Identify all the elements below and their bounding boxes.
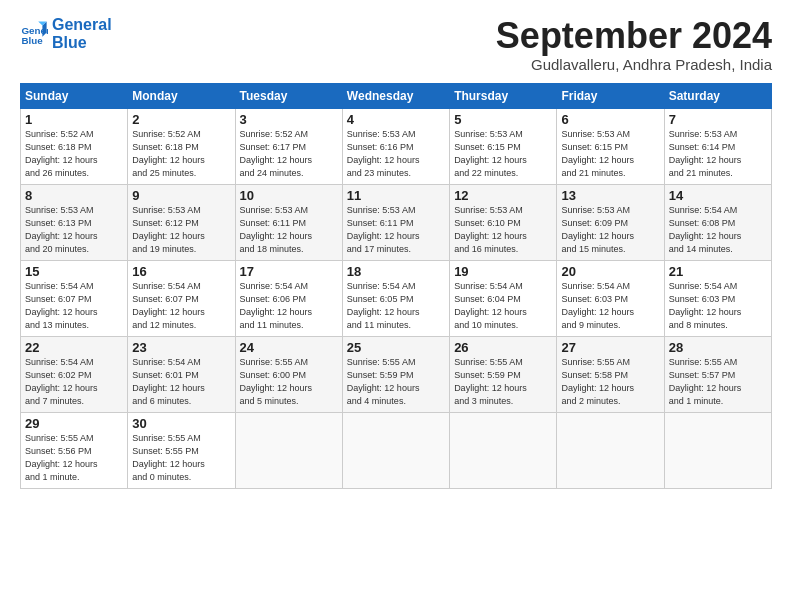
calendar-cell: 23Sunrise: 5:54 AM Sunset: 6:01 PM Dayli… (128, 336, 235, 412)
day-info: Sunrise: 5:53 AM Sunset: 6:11 PM Dayligh… (347, 204, 445, 256)
weekday-header: Thursday (450, 83, 557, 108)
day-info: Sunrise: 5:55 AM Sunset: 5:59 PM Dayligh… (454, 356, 552, 408)
day-number: 12 (454, 188, 552, 203)
location: Gudlavalleru, Andhra Pradesh, India (496, 56, 772, 73)
calendar-cell: 24Sunrise: 5:55 AM Sunset: 6:00 PM Dayli… (235, 336, 342, 412)
calendar-cell: 16Sunrise: 5:54 AM Sunset: 6:07 PM Dayli… (128, 260, 235, 336)
calendar-cell: 14Sunrise: 5:54 AM Sunset: 6:08 PM Dayli… (664, 184, 771, 260)
day-info: Sunrise: 5:55 AM Sunset: 5:56 PM Dayligh… (25, 432, 123, 484)
day-info: Sunrise: 5:53 AM Sunset: 6:16 PM Dayligh… (347, 128, 445, 180)
calendar-cell: 6Sunrise: 5:53 AM Sunset: 6:15 PM Daylig… (557, 108, 664, 184)
calendar-cell: 29Sunrise: 5:55 AM Sunset: 5:56 PM Dayli… (21, 412, 128, 488)
day-number: 30 (132, 416, 230, 431)
day-info: Sunrise: 5:54 AM Sunset: 6:03 PM Dayligh… (669, 280, 767, 332)
calendar-cell: 17Sunrise: 5:54 AM Sunset: 6:06 PM Dayli… (235, 260, 342, 336)
day-number: 19 (454, 264, 552, 279)
calendar-table: SundayMondayTuesdayWednesdayThursdayFrid… (20, 83, 772, 489)
day-number: 1 (25, 112, 123, 127)
calendar-cell: 21Sunrise: 5:54 AM Sunset: 6:03 PM Dayli… (664, 260, 771, 336)
calendar-cell: 13Sunrise: 5:53 AM Sunset: 6:09 PM Dayli… (557, 184, 664, 260)
day-number: 9 (132, 188, 230, 203)
weekday-header: Friday (557, 83, 664, 108)
title-block: September 2024 Gudlavalleru, Andhra Prad… (496, 16, 772, 73)
calendar-cell: 2Sunrise: 5:52 AM Sunset: 6:18 PM Daylig… (128, 108, 235, 184)
calendar-cell: 15Sunrise: 5:54 AM Sunset: 6:07 PM Dayli… (21, 260, 128, 336)
day-number: 7 (669, 112, 767, 127)
day-info: Sunrise: 5:54 AM Sunset: 6:01 PM Dayligh… (132, 356, 230, 408)
day-number: 13 (561, 188, 659, 203)
header: General Blue General Blue September 2024… (20, 16, 772, 73)
day-number: 27 (561, 340, 659, 355)
day-number: 14 (669, 188, 767, 203)
day-number: 21 (669, 264, 767, 279)
calendar-cell: 11Sunrise: 5:53 AM Sunset: 6:11 PM Dayli… (342, 184, 449, 260)
month-title: September 2024 (496, 16, 772, 56)
day-info: Sunrise: 5:53 AM Sunset: 6:12 PM Dayligh… (132, 204, 230, 256)
day-number: 3 (240, 112, 338, 127)
calendar-cell: 3Sunrise: 5:52 AM Sunset: 6:17 PM Daylig… (235, 108, 342, 184)
day-info: Sunrise: 5:55 AM Sunset: 5:57 PM Dayligh… (669, 356, 767, 408)
calendar-cell: 27Sunrise: 5:55 AM Sunset: 5:58 PM Dayli… (557, 336, 664, 412)
logo: General Blue General Blue (20, 16, 112, 51)
day-info: Sunrise: 5:53 AM Sunset: 6:15 PM Dayligh… (454, 128, 552, 180)
day-number: 23 (132, 340, 230, 355)
calendar-cell (664, 412, 771, 488)
day-info: Sunrise: 5:54 AM Sunset: 6:07 PM Dayligh… (132, 280, 230, 332)
day-info: Sunrise: 5:52 AM Sunset: 6:18 PM Dayligh… (25, 128, 123, 180)
calendar-cell: 12Sunrise: 5:53 AM Sunset: 6:10 PM Dayli… (450, 184, 557, 260)
calendar-cell: 20Sunrise: 5:54 AM Sunset: 6:03 PM Dayli… (557, 260, 664, 336)
calendar-cell: 9Sunrise: 5:53 AM Sunset: 6:12 PM Daylig… (128, 184, 235, 260)
weekday-header: Sunday (21, 83, 128, 108)
day-number: 4 (347, 112, 445, 127)
calendar-cell: 8Sunrise: 5:53 AM Sunset: 6:13 PM Daylig… (21, 184, 128, 260)
calendar-cell: 19Sunrise: 5:54 AM Sunset: 6:04 PM Dayli… (450, 260, 557, 336)
logo-blue: Blue (52, 34, 112, 52)
logo-general: General (52, 16, 112, 34)
calendar-cell: 4Sunrise: 5:53 AM Sunset: 6:16 PM Daylig… (342, 108, 449, 184)
day-info: Sunrise: 5:54 AM Sunset: 6:02 PM Dayligh… (25, 356, 123, 408)
logo-icon: General Blue (20, 20, 48, 48)
day-number: 29 (25, 416, 123, 431)
day-info: Sunrise: 5:54 AM Sunset: 6:06 PM Dayligh… (240, 280, 338, 332)
day-info: Sunrise: 5:53 AM Sunset: 6:10 PM Dayligh… (454, 204, 552, 256)
day-info: Sunrise: 5:52 AM Sunset: 6:17 PM Dayligh… (240, 128, 338, 180)
day-number: 17 (240, 264, 338, 279)
weekday-header: Saturday (664, 83, 771, 108)
day-number: 10 (240, 188, 338, 203)
calendar-cell (557, 412, 664, 488)
weekday-header: Wednesday (342, 83, 449, 108)
calendar-cell: 1Sunrise: 5:52 AM Sunset: 6:18 PM Daylig… (21, 108, 128, 184)
day-info: Sunrise: 5:53 AM Sunset: 6:13 PM Dayligh… (25, 204, 123, 256)
day-number: 22 (25, 340, 123, 355)
day-info: Sunrise: 5:54 AM Sunset: 6:03 PM Dayligh… (561, 280, 659, 332)
day-number: 25 (347, 340, 445, 355)
calendar-cell: 18Sunrise: 5:54 AM Sunset: 6:05 PM Dayli… (342, 260, 449, 336)
page: General Blue General Blue September 2024… (0, 0, 792, 499)
day-number: 5 (454, 112, 552, 127)
calendar-cell: 28Sunrise: 5:55 AM Sunset: 5:57 PM Dayli… (664, 336, 771, 412)
day-number: 11 (347, 188, 445, 203)
day-info: Sunrise: 5:54 AM Sunset: 6:08 PM Dayligh… (669, 204, 767, 256)
day-number: 18 (347, 264, 445, 279)
day-number: 8 (25, 188, 123, 203)
day-info: Sunrise: 5:52 AM Sunset: 6:18 PM Dayligh… (132, 128, 230, 180)
calendar-cell: 30Sunrise: 5:55 AM Sunset: 5:55 PM Dayli… (128, 412, 235, 488)
day-info: Sunrise: 5:54 AM Sunset: 6:04 PM Dayligh… (454, 280, 552, 332)
day-number: 6 (561, 112, 659, 127)
calendar-cell (450, 412, 557, 488)
day-info: Sunrise: 5:55 AM Sunset: 6:00 PM Dayligh… (240, 356, 338, 408)
weekday-header: Tuesday (235, 83, 342, 108)
calendar-cell (235, 412, 342, 488)
calendar-cell: 10Sunrise: 5:53 AM Sunset: 6:11 PM Dayli… (235, 184, 342, 260)
day-number: 15 (25, 264, 123, 279)
calendar-cell: 26Sunrise: 5:55 AM Sunset: 5:59 PM Dayli… (450, 336, 557, 412)
day-info: Sunrise: 5:54 AM Sunset: 6:05 PM Dayligh… (347, 280, 445, 332)
day-number: 20 (561, 264, 659, 279)
day-number: 24 (240, 340, 338, 355)
day-info: Sunrise: 5:53 AM Sunset: 6:09 PM Dayligh… (561, 204, 659, 256)
day-info: Sunrise: 5:55 AM Sunset: 5:58 PM Dayligh… (561, 356, 659, 408)
calendar-cell: 25Sunrise: 5:55 AM Sunset: 5:59 PM Dayli… (342, 336, 449, 412)
day-info: Sunrise: 5:54 AM Sunset: 6:07 PM Dayligh… (25, 280, 123, 332)
svg-text:Blue: Blue (21, 34, 43, 45)
calendar-cell: 7Sunrise: 5:53 AM Sunset: 6:14 PM Daylig… (664, 108, 771, 184)
